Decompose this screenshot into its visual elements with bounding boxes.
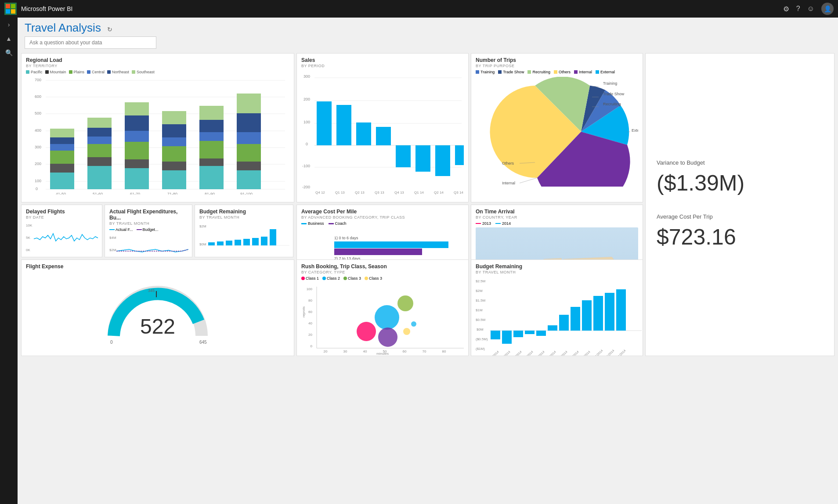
regional-load-card: Regional Load BY TERRITORY Pacific Mount…	[21, 53, 294, 202]
svg-text:91-100: 91-100	[240, 192, 253, 194]
rush-title: Rush Booking, Trip Class, Season	[301, 263, 464, 270]
help-icon[interactable]: ?	[796, 5, 800, 13]
svg-rect-23	[50, 144, 74, 151]
svg-rect-53	[237, 132, 261, 144]
svg-rect-206	[616, 289, 626, 331]
legend-southeast: Southeast	[132, 70, 155, 74]
svg-rect-134	[334, 241, 448, 248]
topbar-icons: ⚙ ? ☺ 👤	[783, 3, 834, 15]
svg-rect-54	[237, 113, 261, 132]
svg-text:Q4 13: Q4 13	[394, 191, 404, 194]
svg-rect-204	[593, 296, 603, 331]
svg-text:400: 400	[35, 128, 41, 133]
svg-text:40: 40	[308, 321, 312, 325]
svg-text:200: 200	[35, 162, 41, 166]
legend-northeast: Northeast	[107, 70, 129, 74]
svg-rect-115	[217, 241, 224, 245]
svg-text:0: 0	[311, 344, 313, 348]
svg-point-182	[397, 295, 413, 311]
svg-rect-77	[396, 145, 411, 167]
avg-trip-title: Average Cost Per Trip	[657, 213, 823, 220]
svg-rect-49	[199, 106, 224, 120]
settings-icon[interactable]: ⚙	[783, 5, 789, 13]
svg-text:5/1/2014: 5/1/2014	[535, 350, 545, 356]
svg-rect-199	[536, 331, 546, 336]
svg-text:$2M: $2M	[199, 224, 206, 228]
svg-text:Others: Others	[502, 161, 514, 166]
svg-text:10K: 10K	[26, 223, 33, 227]
svg-text:200: 200	[303, 97, 310, 101]
refresh-icon[interactable]: ↻	[107, 26, 112, 33]
svg-rect-25	[50, 129, 74, 137]
svg-rect-73	[317, 101, 332, 145]
svg-text:1/1/2: 1/1/2	[206, 254, 213, 254]
svg-text:80: 80	[308, 299, 312, 302]
svg-rect-21	[50, 164, 74, 173]
svg-text:5/1/2: 5/1/2	[242, 254, 249, 254]
sales-title: Sales	[301, 57, 464, 63]
budget-large-chart: $2.5M $2M $1.5M $1M $0.5M $0M ($0.5M) ($…	[476, 276, 643, 356]
trips-card: Number of Trips BY TRIP PURPOSE Training…	[471, 53, 643, 202]
svg-rect-20	[50, 173, 74, 189]
avatar[interactable]: 👤	[821, 3, 834, 15]
svg-text:3/1/2: 3/1/2	[224, 254, 231, 254]
delayed-mini-chart: 10K 5K 0K Jan 2014	[26, 221, 101, 254]
svg-text:-100: -100	[302, 164, 310, 168]
svg-text:60: 60	[308, 310, 312, 314]
svg-rect-114	[208, 242, 215, 245]
svg-text:2/1/2014: 2/1/2014	[500, 350, 511, 356]
svg-text:($1M): ($1M)	[476, 347, 485, 351]
svg-rect-120	[261, 237, 267, 245]
svg-text:Q3 13: Q3 13	[375, 191, 384, 194]
svg-rect-36	[125, 115, 149, 131]
svg-rect-205	[605, 293, 614, 331]
legend-pacific: Pacific	[26, 70, 43, 74]
budget-small-title: Budget Remaining	[199, 209, 289, 215]
svg-text:$0.5M: $0.5M	[476, 318, 486, 322]
svg-text:1) 0 to 6 days: 1) 0 to 6 days	[334, 236, 358, 240]
regional-load-legend: Pacific Mountain Plains Central Northeas…	[26, 70, 289, 74]
on-time-subtitle: BY COUNTRY, YEAR	[476, 215, 638, 220]
svg-rect-44	[199, 166, 224, 189]
delayed-flights-card: Delayed Flights BY DATE 10K 5K 0K Jan 20…	[21, 205, 102, 257]
app-logo	[4, 3, 17, 15]
sidebar-up-icon[interactable]: ▲	[6, 35, 12, 42]
svg-rect-42	[162, 124, 186, 137]
qa-search-input[interactable]	[25, 36, 156, 49]
svg-text:$1M: $1M	[476, 308, 483, 312]
svg-text:($0.5M): ($0.5M)	[476, 337, 488, 341]
svg-text:Q2 14: Q2 14	[434, 191, 444, 194]
avg-trip-section: Average Cost Per Trip $723.16	[657, 213, 823, 250]
sidebar-search-icon[interactable]: 🔍	[5, 49, 13, 56]
legend-plains: Plains	[69, 70, 85, 74]
svg-text:$0M: $0M	[477, 328, 484, 331]
svg-text:100: 100	[307, 287, 313, 291]
svg-text:9/1/2014: 9/1/2014	[580, 350, 591, 356]
svg-rect-55	[237, 94, 261, 113]
svg-text:300: 300	[303, 74, 310, 79]
rush-scatter-chart: reprots minutes 0 20 40 60 80 100 20 30 …	[301, 282, 466, 355]
svg-rect-203	[582, 300, 592, 331]
smiley-icon[interactable]: ☺	[807, 5, 814, 13]
page-title: Travel Analysis	[25, 21, 101, 35]
sidebar-expand-icon[interactable]: ›	[8, 21, 10, 28]
legend-mountain: Mountain	[45, 70, 66, 74]
svg-rect-195	[491, 331, 500, 339]
svg-text:645: 645	[199, 340, 207, 345]
gauge-chart: 522 0 645 345	[101, 270, 215, 349]
trips-legend: Training Trade Show Recruiting Others In…	[476, 70, 638, 74]
svg-point-181	[375, 305, 399, 330]
svg-text:$0M: $0M	[199, 242, 206, 246]
svg-text:20: 20	[324, 349, 328, 353]
svg-text:$1.5M: $1.5M	[476, 299, 486, 302]
sales-subtitle: BY PERIOD	[301, 64, 464, 68]
main-content: Travel Analysis ↻ Regional Load BY TERRI…	[18, 18, 838, 504]
svg-text:4/1/2: 4/1/2	[233, 254, 240, 254]
svg-text:Recruiting: Recruiting	[603, 102, 621, 106]
svg-rect-118	[243, 239, 250, 245]
actual-expenditures-card: Actual Flight Expenditures, Bu... BY TRA…	[105, 205, 192, 257]
svg-text:40: 40	[363, 349, 367, 353]
header: Travel Analysis ↻	[18, 18, 838, 51]
actual-subtitle: BY TRAVEL MONTH	[109, 221, 188, 226]
regional-load-title: Regional Load	[26, 57, 289, 63]
